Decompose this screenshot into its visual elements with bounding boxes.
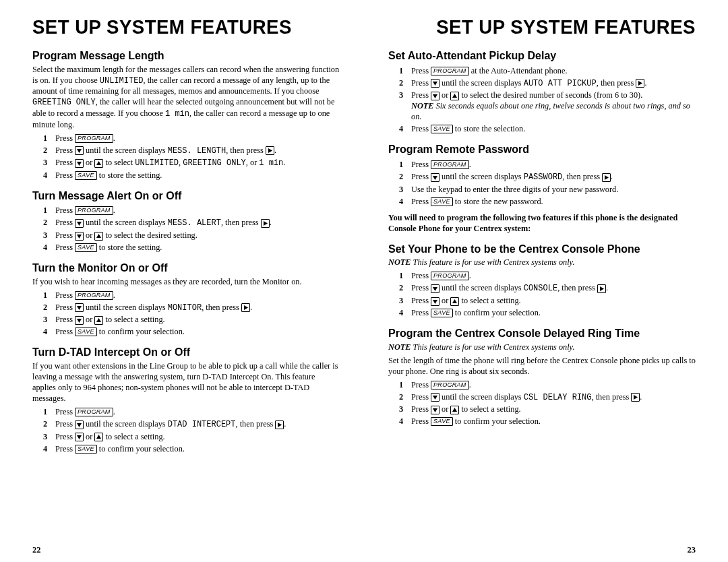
step-text: Press or to select a setting. <box>55 315 340 325</box>
t: . <box>469 271 471 280</box>
step-number: 3 <box>399 296 411 307</box>
list-item: 2Press until the screen displays AUTO AT… <box>399 78 696 90</box>
mono-text: GREETING ONLY <box>183 158 246 168</box>
list-item: 3Press or to select the desired setting. <box>43 230 340 241</box>
step-number: 2 <box>399 172 411 183</box>
svg-marker-25 <box>452 299 457 303</box>
t: Press <box>55 206 75 215</box>
t: to confirm your selection. <box>453 308 541 317</box>
page-number-right: 23 <box>688 544 696 555</box>
right-arrow-icon <box>602 173 611 182</box>
svg-marker-15 <box>96 435 101 439</box>
step-text: Press PROGRAM. <box>55 206 340 216</box>
save-keycap: SAVE <box>431 417 453 426</box>
heading-remote-password: Program Remote Password <box>388 143 696 157</box>
t: or <box>439 296 450 305</box>
t: to select a setting. <box>459 404 520 414</box>
t: Press <box>411 271 431 280</box>
list-item: 4Press SAVE to confirm your selection. <box>399 308 696 319</box>
step-text: Press until the screen displays CONSOLE,… <box>411 283 696 294</box>
intro-dtad: If you want other extensions in the Line… <box>32 361 340 404</box>
t: Press <box>55 170 75 180</box>
list-item: 2Press until the screen displays DTAD IN… <box>43 419 340 431</box>
down-arrow-icon <box>75 420 84 429</box>
t: Press <box>55 218 75 227</box>
t: to store the new password. <box>453 197 543 206</box>
t: Press <box>411 160 431 169</box>
program-keycap: PROGRAM <box>75 134 113 143</box>
steps-remote-password: 1Press PROGRAM. 2Press until the screen … <box>388 160 696 208</box>
list-item: 2Press until the screen displays MESS. L… <box>43 146 340 157</box>
step-number: 1 <box>399 66 411 77</box>
note-label: NOTE <box>388 342 411 352</box>
t: at the Auto-Attendant phone. <box>469 66 568 75</box>
step-number: 2 <box>399 78 411 89</box>
t: until the screen displays <box>84 419 168 429</box>
down-arrow-icon <box>75 146 84 155</box>
list-item: 3Press or to select a setting. <box>399 296 696 307</box>
steps-auto-attendant: 1Press PROGRAM at the Auto-Attendant pho… <box>388 66 696 135</box>
t: Press <box>55 419 75 429</box>
t: to select <box>103 158 135 167</box>
program-keycap: PROGRAM <box>431 160 469 169</box>
svg-marker-2 <box>77 162 82 166</box>
step-text: Press or to select the desired number of… <box>411 90 696 123</box>
step-number: 3 <box>399 185 411 195</box>
list-item: 4Press SAVE to confirm your selection. <box>43 327 340 338</box>
down-arrow-icon <box>75 159 84 168</box>
step-text: Press until the screen displays CSL DELA… <box>411 392 696 404</box>
list-item: 1Press PROGRAM at the Auto-Attendant pho… <box>399 66 696 77</box>
svg-marker-11 <box>96 318 101 322</box>
list-item: 3Press or to select a setting. <box>43 315 340 325</box>
t: to store the setting. <box>97 170 162 180</box>
t: Press <box>55 133 75 143</box>
steps-program-message-length: 1Press PROGRAM. 2Press until the screen … <box>32 133 340 181</box>
t: to select a setting. <box>459 296 520 305</box>
steps-centrex-console: 1Press PROGRAM. 2Press until the screen … <box>388 271 696 319</box>
t: Press <box>55 327 75 336</box>
up-arrow-icon <box>94 316 103 325</box>
mono-text: MESS. LENGTH <box>168 146 226 156</box>
svg-marker-3 <box>96 161 101 165</box>
step-text: Press SAVE to store the selection. <box>411 124 696 135</box>
program-keycap: PROGRAM <box>431 272 469 280</box>
steps-delayed-ring: 1Press PROGRAM. 2Press until the screen … <box>388 380 696 428</box>
intro-monitor: If you wish to hear incoming messages as… <box>32 277 340 288</box>
step-text: Press SAVE to confirm your selection. <box>55 327 340 338</box>
step-number: 4 <box>399 124 411 135</box>
t: or <box>84 315 94 324</box>
step-text: Press SAVE to confirm your selection. <box>55 444 340 455</box>
step-number: 4 <box>399 416 411 427</box>
svg-marker-4 <box>77 222 82 226</box>
program-keycap: PROGRAM <box>75 206 113 215</box>
down-arrow-icon <box>75 219 84 228</box>
list-item: 2Press until the screen displays MESS. A… <box>43 218 340 229</box>
step-text: Press PROGRAM. <box>411 160 696 170</box>
t: Press <box>55 243 75 252</box>
step-number: 3 <box>399 404 411 415</box>
t: to confirm your selection. <box>97 444 185 454</box>
step-text: Press until the screen displays DTAD INT… <box>55 419 340 431</box>
list-item: 3Use the keypad to enter the three digit… <box>399 185 696 195</box>
step-number: 2 <box>43 419 55 430</box>
step-text: Press PROGRAM. <box>411 271 696 282</box>
step-text: Press PROGRAM. <box>55 290 340 301</box>
svg-marker-12 <box>77 423 82 427</box>
program-keycap: PROGRAM <box>431 381 469 389</box>
step-text: Press SAVE to confirm your selection. <box>411 308 696 319</box>
step-text: Press SAVE to store the setting. <box>55 243 340 253</box>
mono-text: GREETING ONLY <box>32 98 96 107</box>
t: Press <box>411 172 431 181</box>
page-number-left: 22 <box>32 544 41 555</box>
right-arrow-icon <box>261 219 270 228</box>
svg-marker-24 <box>433 300 437 304</box>
t: . <box>469 160 471 169</box>
step-text: Press PROGRAM. <box>411 380 696 391</box>
save-keycap: SAVE <box>75 243 97 252</box>
t: Press <box>55 303 75 312</box>
list-item: 3Press or to select the desired number o… <box>399 90 696 123</box>
t: to confirm your selection. <box>453 416 541 426</box>
t: or <box>439 90 450 100</box>
page-title-right: Set Up System Features <box>413 13 696 40</box>
down-arrow-icon <box>75 303 84 312</box>
